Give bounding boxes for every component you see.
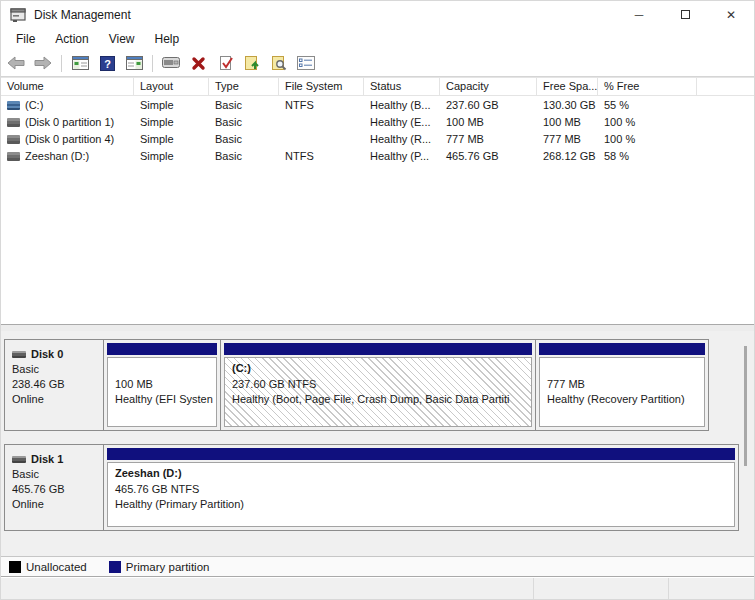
disk-management-window: Disk Management ─ ✕ File Action View Hel… bbox=[0, 0, 755, 600]
volume-cell: (Disk 0 partition 1) bbox=[1, 116, 134, 128]
legend-label: Unallocated bbox=[26, 561, 87, 573]
partition-info-selected: (C:) 237.60 GB NTFS Healthy (Boot, Page … bbox=[224, 357, 532, 427]
popup-window-icon[interactable] bbox=[161, 53, 181, 73]
status-pane bbox=[534, 578, 669, 599]
vertical-scrollbar[interactable] bbox=[744, 346, 747, 466]
free-space-cell: 100 MB bbox=[537, 116, 598, 128]
legend-item-primary-partition: Primary partition bbox=[109, 561, 210, 573]
delete-volume-icon[interactable] bbox=[188, 53, 208, 73]
partition-status: Healthy (EFI Systen bbox=[115, 392, 216, 408]
free-space-cell: 130.30 GB bbox=[537, 99, 598, 111]
percent-free-cell: 100 % bbox=[598, 133, 697, 145]
maximize-icon bbox=[681, 10, 690, 19]
legend-item-unallocated: Unallocated bbox=[9, 561, 87, 573]
properties-icon[interactable] bbox=[296, 53, 316, 73]
legend-label: Primary partition bbox=[126, 561, 210, 573]
partition-recovery[interactable]: 777 MB Healthy (Recovery Partition) bbox=[536, 340, 708, 430]
menu-action[interactable]: Action bbox=[45, 30, 98, 48]
status-pane bbox=[1, 578, 534, 599]
column-header-file-system[interactable]: File System bbox=[279, 78, 364, 95]
open-icon[interactable] bbox=[242, 53, 262, 73]
close-button[interactable]: ✕ bbox=[708, 1, 754, 28]
partition-size: 465.76 GB NTFS bbox=[115, 482, 734, 498]
show-action-pane-icon[interactable] bbox=[124, 53, 144, 73]
back-icon[interactable] bbox=[6, 53, 26, 73]
partition-size: 777 MB bbox=[547, 377, 704, 393]
status-cell: Healthy (B... bbox=[364, 99, 440, 111]
status-cell: Healthy (P... bbox=[364, 150, 440, 162]
partition-status: Healthy (Recovery Partition) bbox=[547, 392, 704, 408]
column-header-percent-free[interactable]: % Free bbox=[598, 78, 697, 95]
partition-color-bar bbox=[224, 343, 532, 355]
column-header-type[interactable]: Type bbox=[209, 78, 279, 95]
percent-free-cell: 100 % bbox=[598, 116, 697, 128]
partition-color-bar bbox=[107, 343, 217, 355]
file-system-cell: NTFS bbox=[279, 150, 364, 162]
partition-status: Healthy (Primary Partition) bbox=[115, 497, 734, 513]
menu-view[interactable]: View bbox=[99, 30, 145, 48]
volume-list-empty-area bbox=[1, 164, 754, 324]
help-icon[interactable]: ? bbox=[97, 53, 117, 73]
disk-status: Online bbox=[12, 497, 103, 512]
free-space-cell: 268.12 GB bbox=[537, 150, 598, 162]
pane-splitter[interactable] bbox=[1, 324, 754, 331]
volume-icon bbox=[7, 118, 20, 127]
window-title: Disk Management bbox=[34, 8, 131, 22]
table-row[interactable]: (C:) Simple Basic NTFS Healthy (B... 237… bbox=[1, 96, 754, 113]
maximize-button[interactable] bbox=[662, 1, 708, 28]
volume-cell: Zeeshan (D:) bbox=[1, 150, 134, 162]
volume-cell: (C:) bbox=[1, 99, 134, 111]
capacity-cell: 777 MB bbox=[440, 133, 537, 145]
table-row[interactable]: Zeeshan (D:) Simple Basic NTFS Healthy (… bbox=[1, 147, 754, 164]
layout-cell: Simple bbox=[134, 133, 209, 145]
partition-c-drive[interactable]: (C:) 237.60 GB NTFS Healthy (Boot, Page … bbox=[221, 340, 536, 430]
partition-size: 100 MB bbox=[115, 377, 216, 393]
percent-free-cell: 58 % bbox=[598, 150, 697, 162]
titlebar[interactable]: Disk Management ─ ✕ bbox=[1, 1, 754, 28]
forward-icon[interactable] bbox=[33, 53, 53, 73]
column-header-volume[interactable]: Volume bbox=[1, 78, 134, 95]
disk-size: 465.76 GB bbox=[12, 482, 103, 497]
volume-icon bbox=[7, 135, 20, 144]
app-icon bbox=[10, 8, 26, 22]
status-cell: Healthy (R... bbox=[364, 133, 440, 145]
partition-color-bar bbox=[539, 343, 705, 355]
column-header-capacity[interactable]: Capacity bbox=[440, 78, 537, 95]
show-console-tree-icon[interactable] bbox=[70, 53, 90, 73]
table-row[interactable]: (Disk 0 partition 1) Simple Basic Health… bbox=[1, 113, 754, 130]
partition-info: 777 MB Healthy (Recovery Partition) bbox=[539, 357, 705, 427]
partition-efi-system[interactable]: 100 MB Healthy (EFI Systen bbox=[104, 340, 221, 430]
disk-name: Disk 0 bbox=[31, 347, 63, 362]
disk-1-label[interactable]: Disk 1 Basic 465.76 GB Online bbox=[5, 445, 104, 530]
primary-partition-swatch bbox=[109, 561, 121, 573]
free-space-cell: 777 MB bbox=[537, 133, 598, 145]
partition-title: (C:) bbox=[232, 361, 531, 377]
partition-d-drive[interactable]: Zeeshan (D:) 465.76 GB NTFS Healthy (Pri… bbox=[104, 445, 738, 530]
type-cell: Basic bbox=[209, 150, 279, 162]
mark-partition-active-icon[interactable] bbox=[215, 53, 235, 73]
capacity-cell: 465.76 GB bbox=[440, 150, 537, 162]
disk-0-label[interactable]: Disk 0 Basic 238.46 GB Online bbox=[5, 340, 104, 430]
toolbar-separator bbox=[61, 55, 62, 72]
table-row[interactable]: (Disk 0 partition 4) Simple Basic Health… bbox=[1, 130, 754, 147]
column-header-status[interactable]: Status bbox=[364, 78, 440, 95]
explore-icon[interactable] bbox=[269, 53, 289, 73]
menu-help[interactable]: Help bbox=[145, 30, 190, 48]
volume-icon bbox=[7, 152, 20, 161]
disk-size: 238.46 GB bbox=[12, 377, 103, 392]
percent-free-cell: 55 % bbox=[598, 99, 697, 111]
column-header-layout[interactable]: Layout bbox=[134, 78, 209, 95]
file-system-cell: NTFS bbox=[279, 99, 364, 111]
disk-1-row: Disk 1 Basic 465.76 GB Online Zeeshan (D… bbox=[4, 444, 739, 531]
disk-icon bbox=[12, 456, 26, 463]
volume-icon bbox=[7, 101, 20, 110]
menu-file[interactable]: File bbox=[6, 30, 45, 48]
minimize-button[interactable]: ─ bbox=[616, 1, 662, 28]
column-header-free-space[interactable]: Free Spa... bbox=[537, 78, 598, 95]
type-cell: Basic bbox=[209, 99, 279, 111]
status-bar bbox=[1, 577, 754, 599]
disk-1-partitions: Zeeshan (D:) 465.76 GB NTFS Healthy (Pri… bbox=[104, 445, 738, 530]
svg-text:?: ? bbox=[104, 57, 111, 69]
status-pane bbox=[669, 578, 754, 599]
toolbar-separator bbox=[152, 55, 153, 72]
